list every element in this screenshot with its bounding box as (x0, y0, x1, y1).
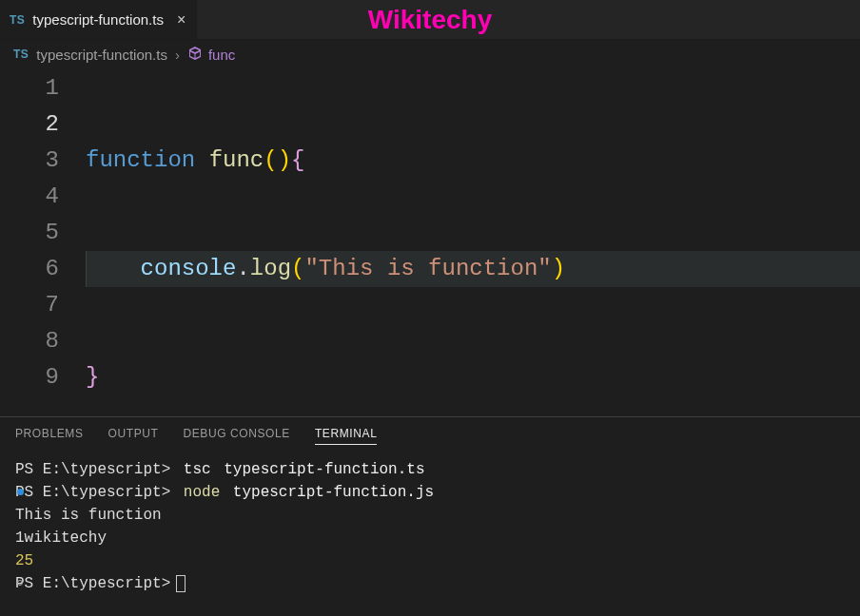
tab-terminal[interactable]: TERMINAL (315, 427, 377, 445)
tab-label: typescript-function.ts (32, 11, 164, 28)
line-number: 3 (0, 143, 59, 179)
line-number: 2 (0, 106, 59, 143)
terminal-prompt: PS E:\typescript> (15, 481, 170, 504)
code-line: function func(){ (86, 143, 860, 179)
line-number-gutter: 1 2 3 4 5 6 7 8 9 (0, 70, 86, 416)
bottom-panel: PROBLEMS OUTPUT DEBUG CONSOLE TERMINAL P… (0, 416, 860, 616)
symbol-method-icon (187, 46, 203, 64)
line-number: 4 (0, 179, 59, 215)
dirty-indicator-icon (17, 489, 24, 495)
editor-tab[interactable]: TS typescript-function.ts × (0, 0, 198, 39)
line-number: 7 (0, 287, 59, 323)
terminal-line: PS E:\typescript> tsc typescript-functio… (15, 458, 845, 481)
breadcrumb[interactable]: TS typescript-function.ts › func (0, 40, 860, 68)
code-line: } (86, 359, 860, 395)
typescript-icon: TS (13, 48, 29, 61)
line-number: 5 (0, 215, 59, 251)
breadcrumb-symbol: func (187, 46, 235, 64)
line-number: 8 (0, 323, 59, 359)
close-icon[interactable]: × (177, 11, 186, 29)
terminal-prompt: PS E:\typescript> (15, 572, 170, 595)
terminal-prompt: PS E:\typescript> (15, 458, 170, 481)
code-line: console.log("This is function") (86, 251, 860, 287)
terminal-cursor (176, 575, 186, 592)
code-editor[interactable]: 1 2 3 4 5 6 7 8 9 function func(){ conso… (0, 68, 860, 416)
breadcrumb-symbol-name: func (208, 47, 235, 63)
tab-problems[interactable]: PROBLEMS (15, 427, 84, 445)
code-content[interactable]: function func(){ console.log("This is fu… (86, 70, 860, 416)
tab-bar: TS typescript-function.ts × Wikitechy (0, 0, 860, 40)
terminal-output: This is function (15, 504, 845, 527)
terminal-line: PS E:\typescript> (15, 572, 845, 595)
typescript-icon: TS (10, 13, 25, 27)
line-number: 6 (0, 251, 59, 287)
scroll-indicator-icon (17, 580, 23, 586)
line-number: 9 (0, 359, 59, 395)
watermark: Wikitechy (368, 5, 492, 35)
chevron-right-icon: › (175, 47, 180, 63)
tab-debug-console[interactable]: DEBUG CONSOLE (183, 427, 290, 445)
line-number: 1 (0, 70, 59, 106)
breadcrumb-file: typescript-function.ts (36, 47, 167, 63)
tab-output[interactable]: OUTPUT (108, 427, 159, 445)
terminal-output: 25 (15, 549, 845, 572)
terminal-line: PS E:\typescript> node typescript-functi… (15, 481, 845, 504)
terminal[interactable]: PS E:\typescript> tsc typescript-functio… (0, 452, 860, 616)
terminal-output: 1wikitechy (15, 527, 845, 549)
panel-tab-bar: PROBLEMS OUTPUT DEBUG CONSOLE TERMINAL (0, 417, 860, 452)
